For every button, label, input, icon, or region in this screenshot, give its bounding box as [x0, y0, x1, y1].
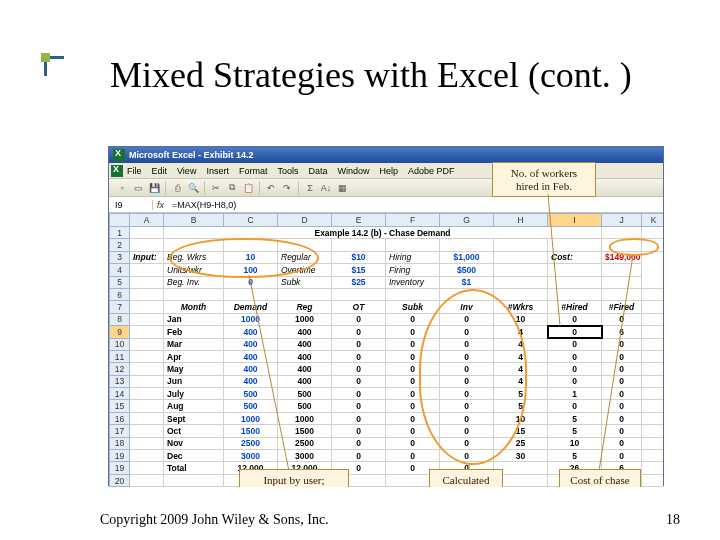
fired-8[interactable]: 0: [602, 412, 642, 424]
inv-7[interactable]: 0: [440, 400, 494, 412]
reg-8[interactable]: 1000: [278, 412, 332, 424]
subk-6[interactable]: 0: [386, 388, 440, 400]
col-G[interactable]: G: [440, 214, 494, 227]
param-v2-2[interactable]: $25: [332, 276, 386, 288]
demand-2[interactable]: 400: [224, 338, 278, 350]
row-18[interactable]: 18: [110, 437, 130, 449]
ot-11[interactable]: 0: [332, 450, 386, 462]
subk-4[interactable]: 0: [386, 363, 440, 375]
param-v3-1[interactable]: $500: [440, 264, 494, 276]
fired-7[interactable]: 0: [602, 400, 642, 412]
fired-11[interactable]: 0: [602, 450, 642, 462]
row-16[interactable]: 16: [110, 412, 130, 424]
wkrs-3[interactable]: 4: [494, 350, 548, 362]
wkrs-11[interactable]: 30: [494, 450, 548, 462]
inv-10[interactable]: 0: [440, 437, 494, 449]
param-v2-1[interactable]: $15: [332, 264, 386, 276]
fired-3[interactable]: 0: [602, 350, 642, 362]
reg-11[interactable]: 3000: [278, 450, 332, 462]
hired-2[interactable]: 0: [548, 338, 602, 350]
demand-0[interactable]: 1000: [224, 313, 278, 325]
row-5[interactable]: 5: [110, 276, 130, 288]
col-C[interactable]: C: [224, 214, 278, 227]
inv-4[interactable]: 0: [440, 363, 494, 375]
col-K[interactable]: K: [642, 214, 664, 227]
subk-11[interactable]: 0: [386, 450, 440, 462]
new-icon[interactable]: ▫: [115, 181, 129, 195]
subk-5[interactable]: 0: [386, 375, 440, 387]
menu-view[interactable]: View: [177, 166, 196, 176]
month-1[interactable]: Feb: [164, 326, 224, 338]
inv-9[interactable]: 0: [440, 425, 494, 437]
grid[interactable]: ABCDEFGHIJK1Example 14.2 (b) - Chase Dem…: [109, 213, 663, 487]
reg-1[interactable]: 400: [278, 326, 332, 338]
wkrs-2[interactable]: 4: [494, 338, 548, 350]
month-7[interactable]: Aug: [164, 400, 224, 412]
inv-0[interactable]: 0: [440, 313, 494, 325]
menu-insert[interactable]: Insert: [206, 166, 229, 176]
demand-3[interactable]: 400: [224, 350, 278, 362]
inv-11[interactable]: 0: [440, 450, 494, 462]
month-11[interactable]: Dec: [164, 450, 224, 462]
ot-9[interactable]: 0: [332, 425, 386, 437]
hired-3[interactable]: 0: [548, 350, 602, 362]
subk-8[interactable]: 0: [386, 412, 440, 424]
sort-icon[interactable]: A↓: [319, 181, 333, 195]
menu-tools[interactable]: Tools: [277, 166, 298, 176]
col-J[interactable]: J: [602, 214, 642, 227]
ot-0[interactable]: 0: [332, 313, 386, 325]
demand-5[interactable]: 400: [224, 375, 278, 387]
print-icon[interactable]: ⎙: [170, 181, 184, 195]
fired-0[interactable]: 0: [602, 313, 642, 325]
reg-6[interactable]: 500: [278, 388, 332, 400]
menu-edit[interactable]: Edit: [152, 166, 168, 176]
wkrs-0[interactable]: 10: [494, 313, 548, 325]
reg-0[interactable]: 1000: [278, 313, 332, 325]
row-9[interactable]: 9: [110, 326, 130, 338]
row-14[interactable]: 14: [110, 388, 130, 400]
fired-2[interactable]: 0: [602, 338, 642, 350]
ot-8[interactable]: 0: [332, 412, 386, 424]
fired-5[interactable]: 0: [602, 375, 642, 387]
col-B[interactable]: B: [164, 214, 224, 227]
demand-10[interactable]: 2500: [224, 437, 278, 449]
subk-3[interactable]: 0: [386, 350, 440, 362]
wkrs-5[interactable]: 4: [494, 375, 548, 387]
row-8[interactable]: 8: [110, 313, 130, 325]
row-11[interactable]: 11: [110, 350, 130, 362]
row-10[interactable]: 10: [110, 338, 130, 350]
preview-icon[interactable]: 🔍: [186, 181, 200, 195]
demand-7[interactable]: 500: [224, 400, 278, 412]
ot-10[interactable]: 0: [332, 437, 386, 449]
hired-0[interactable]: 0: [548, 313, 602, 325]
reg-5[interactable]: 400: [278, 375, 332, 387]
subk-1[interactable]: 0: [386, 326, 440, 338]
menu-help[interactable]: Help: [379, 166, 398, 176]
ot-4[interactable]: 0: [332, 363, 386, 375]
demand-8[interactable]: 1000: [224, 412, 278, 424]
row-4[interactable]: 4: [110, 264, 130, 276]
menu-file[interactable]: File: [127, 166, 142, 176]
param-v3-0[interactable]: $1,000: [440, 251, 494, 263]
demand-6[interactable]: 500: [224, 388, 278, 400]
fired-1[interactable]: 6: [602, 326, 642, 338]
autosum-icon[interactable]: Σ: [303, 181, 317, 195]
hired-9[interactable]: 5: [548, 425, 602, 437]
col-H[interactable]: H: [494, 214, 548, 227]
ot-5[interactable]: 0: [332, 375, 386, 387]
reg-9[interactable]: 1500: [278, 425, 332, 437]
name-box[interactable]: I9: [109, 200, 153, 210]
month-8[interactable]: Sept: [164, 412, 224, 424]
reg-10[interactable]: 2500: [278, 437, 332, 449]
wkrs-6[interactable]: 5: [494, 388, 548, 400]
demand-9[interactable]: 1500: [224, 425, 278, 437]
col-A[interactable]: A: [130, 214, 164, 227]
row-2[interactable]: 2: [110, 239, 130, 251]
ot-6[interactable]: 0: [332, 388, 386, 400]
ot-1[interactable]: 0: [332, 326, 386, 338]
inv-1[interactable]: 0: [440, 326, 494, 338]
reg-4[interactable]: 400: [278, 363, 332, 375]
month-2[interactable]: Mar: [164, 338, 224, 350]
fired-9[interactable]: 0: [602, 425, 642, 437]
col-F[interactable]: F: [386, 214, 440, 227]
